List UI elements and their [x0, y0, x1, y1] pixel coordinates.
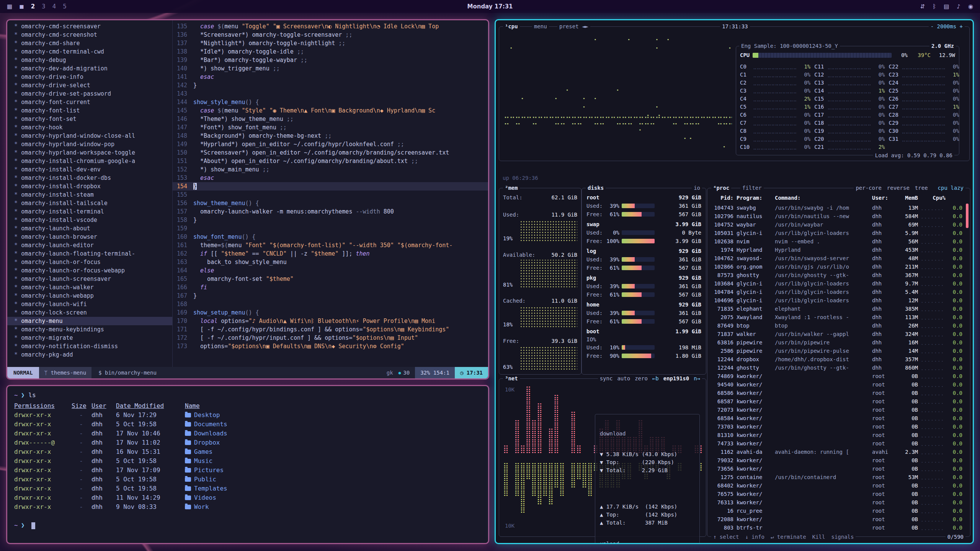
code-line[interactable]: 137 *Nightlight*) omarchy-toggle-nightli…: [173, 39, 488, 47]
code-line[interactable]: 163 back_to show_style_menu: [173, 258, 488, 266]
file-item[interactable]: * omarchy-install-dropbox: [7, 182, 172, 191]
net-iface-prev[interactable]: ←b: [652, 375, 659, 382]
code-line[interactable]: 151 *About*) open_in_editor ~/.config/om…: [173, 157, 488, 165]
process-row[interactable]: 2075XwaylandXwayland :1 -rootless -dhh11…: [711, 313, 962, 321]
process-row[interactable]: 72073kworker/root0B⡀⡀⡀⡀⡀⡀⡀0.0: [711, 406, 962, 414]
terminal-window[interactable]: ~❯ls PermissionsSizeUserDate ModifiedNam…: [6, 385, 489, 544]
code-line[interactable]: 161 theme=$(menu "Font" "$(omarchy-font-…: [173, 241, 488, 249]
process-row[interactable]: 87573ghostty/usr/bin/ghostty --gtk-dhh36…: [711, 271, 962, 279]
code-line[interactable]: 164 else: [173, 266, 488, 275]
process-row[interactable]: 1162avahi-daavahi-daemon: running [avahi…: [711, 448, 962, 456]
code-line[interactable]: 172 [ -f ~/.config/hypr/input.conf ] && …: [173, 334, 488, 342]
file-item[interactable]: * omarchy-font-set: [7, 115, 172, 123]
proc-key-select[interactable]: ↑ select: [713, 533, 739, 540]
file-item[interactable]: * omarchy-cmd-screensaver: [7, 22, 172, 31]
file-item[interactable]: * omarchy-hyprland-window-pop: [7, 140, 172, 148]
process-row[interactable]: 102796nautilus/usr/bin/nautilus --newdhh…: [711, 212, 962, 220]
file-item[interactable]: * omarchy-font-list: [7, 106, 172, 115]
process-row[interactable]: 71837walker/usr/bin/walker --gappldhh324…: [711, 330, 962, 338]
file-item[interactable]: * omarchy-cmd-terminal-cwd: [7, 47, 172, 56]
code-line[interactable]: 148 *Background*) omarchy-theme-bg-next …: [173, 132, 488, 140]
code-line[interactable]: 139 *Bar*) omarchy-toggle-waybar ;;: [173, 56, 488, 64]
process-row[interactable]: 1974HyprlandHyprlanddhh453M⡀⡀⡀⡀⡀⡀⡀0.0: [711, 246, 962, 254]
file-item[interactable]: * omarchy-hook: [7, 123, 172, 132]
code-line[interactable]: 136 *Screensaver*) omarchy-toggle-screen…: [173, 31, 488, 39]
proc-key-signals[interactable]: signals: [831, 533, 854, 540]
net-iface-next[interactable]: n→: [694, 375, 700, 382]
code-line[interactable]: 145 case $(menu "Style" "◉ Theme\n▲ Font…: [173, 106, 488, 115]
power-icon[interactable]: ◉: [968, 3, 973, 10]
btop-window[interactable]: ¹cpu menu preset ◄► 17:31:33 - 2000ms + …: [495, 19, 974, 544]
disks-io-toggle[interactable]: io: [692, 184, 702, 191]
process-row[interactable]: 79032kworker/root0B⡀⡀⡀⡀⡀⡀⡀0.0: [711, 456, 962, 465]
cpu-menu-button[interactable]: menu: [532, 23, 549, 30]
file-item[interactable]: * omarchy-launch-or-focus-webapp: [7, 266, 172, 275]
code-line[interactable]: 155: [173, 191, 488, 199]
process-row[interactable]: 2586pipewire/usr/bin/pipewire-pulsedhh14…: [711, 347, 962, 355]
process-row[interactable]: 76575kworker/root0B⡀⡀⡀⡀⡀⡀⡀0.0: [711, 490, 962, 498]
process-row[interactable]: 94540kworker/root0B⡀⡀⡀⡀⡀⡀⡀0.0: [711, 380, 962, 389]
process-row[interactable]: 104752waybar/usr/bin/waybardhh69M⡀⡀⡀⡀⡀⡀⡀…: [711, 220, 962, 229]
file-item[interactable]: * omarchy-drive-set-password: [7, 90, 172, 98]
file-item[interactable]: * omarchy-lock-screen: [7, 308, 172, 317]
net-auto-toggle[interactable]: auto: [617, 375, 630, 382]
process-row[interactable]: 104743swaybg/usr/bin/swaybg -i /homdhh13…: [711, 204, 962, 212]
file-item[interactable]: * omarchy-dev-add-migration: [7, 64, 172, 73]
file-item[interactable]: * omarchy-install-terminal: [7, 207, 172, 216]
code-line[interactable]: 158}: [173, 216, 488, 224]
file-item[interactable]: * omarchy-install-steam: [7, 191, 172, 199]
prompt-line[interactable]: ~❯: [14, 521, 481, 530]
file-item[interactable]: * omarchy-hyprland-workspace-toggle: [7, 148, 172, 157]
cpu-preset-button[interactable]: preset ◄►: [557, 23, 590, 30]
code-line[interactable]: 140 *) show_trigger_menu ;;: [173, 64, 488, 73]
process-row[interactable]: 102638nvimnvim --embed .dhh56M⡀⡀⡀⡀⡀⡀⡀0.0: [711, 237, 962, 246]
proc-scrollbar-thumb[interactable]: [966, 204, 969, 228]
process-row[interactable]: 12244ghostty/usr/bin/ghostty --gtk-dhh86…: [711, 364, 962, 372]
proc-percore-toggle[interactable]: per-core: [856, 184, 881, 191]
code-line[interactable]: 171 [ -f ~/.config/hypr/bindings.conf ] …: [173, 325, 488, 334]
code-line[interactable]: 170 local options="♪ Audio\n▲ Wifi\nᛒ Bl…: [173, 317, 488, 325]
proc-tree-toggle[interactable]: tree: [915, 184, 928, 191]
process-row[interactable]: 104762swayosd-/usr/bin/swayosd-serverdhh…: [711, 254, 962, 262]
tray-icon[interactable]: ▤: [944, 3, 949, 10]
net-sync-toggle[interactable]: sync: [600, 375, 613, 382]
volume-icon[interactable]: ♪: [957, 3, 960, 10]
code-line[interactable]: 168: [173, 300, 488, 308]
file-item[interactable]: * omarchy-migrate: [7, 334, 172, 342]
code-line[interactable]: 143: [173, 90, 488, 98]
file-item[interactable]: * omarchy-font-current: [7, 98, 172, 106]
process-row[interactable]: 104696glycin-i/usr/lib/glycin-loadersdhh…: [711, 296, 962, 305]
code-line[interactable]: 173 options="$options\n▣ Defaults\n▤ DNS…: [173, 342, 488, 350]
file-item[interactable]: * omarchy-pkg-add: [7, 350, 172, 359]
code-line[interactable]: 141 esac: [173, 73, 488, 81]
file-item[interactable]: * omarchy-cmd-share: [7, 39, 172, 47]
code-line[interactable]: 150 *Screensaver*) open_in_editor ~/.con…: [173, 148, 488, 157]
code-line[interactable]: 138 *Idle*) omarchy-toggle-idle ;;: [173, 47, 488, 56]
file-item[interactable]: * omarchy-install-dev-env: [7, 165, 172, 174]
process-row[interactable]: 102866org.gnom/usr/bin/gjs /usr/lib/odhh…: [711, 262, 962, 271]
process-row[interactable]: 803btrfs-trroot0B⡀⡀⡀⡀⡀⡀⡀0.0: [711, 523, 962, 532]
code-line[interactable]: 160show_font_menu() {: [173, 233, 488, 241]
file-item[interactable]: * omarchy-launch-webapp: [7, 292, 172, 300]
proc-key-info[interactable]: ↓ info: [745, 533, 764, 540]
code-line[interactable]: 154}: [173, 182, 488, 191]
process-row[interactable]: 1275containe/usr/bin/containerdroot53M⡀⡀…: [711, 473, 962, 481]
bluetooth-icon[interactable]: ᛒ: [933, 3, 936, 10]
file-item[interactable]: * omarchy-drive-select: [7, 81, 172, 90]
code-line[interactable]: 152 *) show_main_menu ;;: [173, 165, 488, 174]
workspace-3[interactable]: 3: [42, 3, 46, 10]
code-line[interactable]: 166 fi: [173, 283, 488, 292]
code-line[interactable]: 144show_style_menu() {: [173, 98, 488, 106]
code-line[interactable]: 149 *Hyprland*) open_in_editor ~/.config…: [173, 140, 488, 148]
process-row[interactable]: 12244dropbox/home/dhh/.dropbox-distdhh35…: [711, 355, 962, 364]
proc-sort-mode[interactable]: cpu lazy: [938, 184, 964, 191]
process-row[interactable]: 103684glycin-i/usr/lib/glycin-loadersdhh…: [711, 279, 962, 288]
proc-key-kill[interactable]: Kill: [812, 533, 825, 540]
file-item[interactable]: * omarchy-launch-editor: [7, 241, 172, 249]
neovim-window[interactable]: * omarchy-cmd-screensaver * omarchy-cmd-…: [6, 19, 489, 380]
file-item[interactable]: * omarchy-install-vscode: [7, 216, 172, 224]
code-line[interactable]: 162 if [[ "$theme" == "CNCLD" || -z "$th…: [173, 249, 488, 258]
process-row[interactable]: 74733kworker/root0B⡀⡀⡀⡀⡀⡀⡀0.0: [711, 439, 962, 448]
code-line[interactable]: 169show_setup_menu() {: [173, 308, 488, 317]
file-item[interactable]: * omarchy-drive-info: [7, 73, 172, 81]
